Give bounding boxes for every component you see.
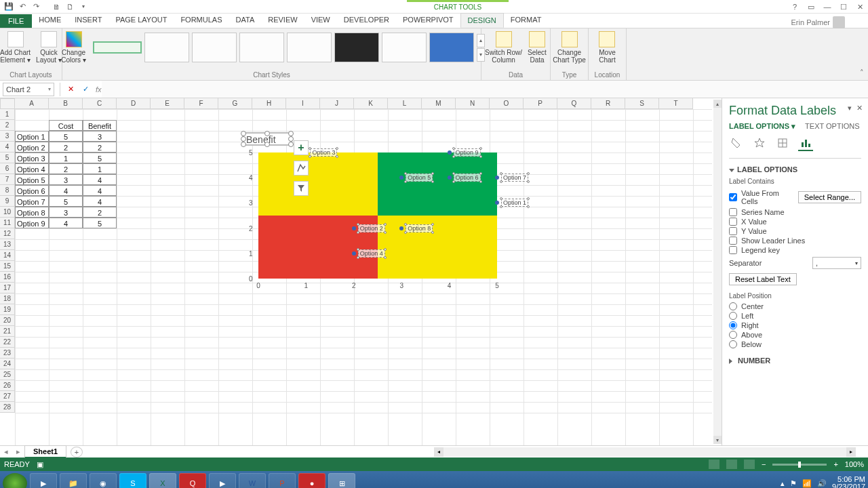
fill-line-icon[interactable] xyxy=(729,136,744,151)
switch-row-column-button[interactable]: Switch Row/ Column xyxy=(482,30,525,65)
table-cell[interactable]: 5 xyxy=(83,152,117,163)
tab-format[interactable]: FORMAT xyxy=(504,13,549,28)
tab-data[interactable]: DATA xyxy=(229,13,262,28)
section-label-options[interactable]: LABEL OPTIONS xyxy=(729,163,861,176)
chart-handle[interactable] xyxy=(264,131,270,136)
chk-x-value[interactable]: X Value xyxy=(729,218,861,226)
tray-network-icon[interactable]: 📶 xyxy=(802,479,812,488)
avatar[interactable] xyxy=(833,16,845,28)
add-sheet-button[interactable]: + xyxy=(71,447,83,458)
close-icon[interactable]: ✕ xyxy=(854,1,865,12)
formula-input[interactable] xyxy=(102,81,868,98)
chart-style-3[interactable] xyxy=(192,33,237,62)
select-data-button[interactable]: Select Data xyxy=(525,30,549,65)
zoom-level[interactable]: 100% xyxy=(845,460,864,468)
chart-style-1[interactable] xyxy=(93,41,142,54)
move-chart-button[interactable]: Move Chart xyxy=(596,30,618,65)
table-cell[interactable]: 5 xyxy=(83,218,117,228)
add-chart-element-button[interactable]: Add Chart Element ▾ xyxy=(0,30,33,65)
taskbar-word-icon[interactable]: W xyxy=(239,473,266,488)
chart-point[interactable] xyxy=(448,150,452,155)
chart-point[interactable] xyxy=(399,226,403,230)
taskbar-app-icon[interactable]: ● xyxy=(298,473,326,488)
chk-y-value[interactable]: Y Value xyxy=(729,227,861,235)
taskbar-explorer-icon[interactable]: 📁 xyxy=(60,473,87,488)
chart-point[interactable] xyxy=(352,251,356,256)
tab-powerpivot[interactable]: POWERPIVOT xyxy=(396,13,460,28)
tab-formulas[interactable]: FORMULAS xyxy=(174,13,229,28)
taskbar-media-player-icon[interactable]: ▶ xyxy=(30,473,57,488)
table-cell[interactable]: 2 xyxy=(49,142,83,152)
table-cell[interactable]: 1 xyxy=(83,163,117,174)
table-row-label[interactable]: Option 7 xyxy=(15,196,49,207)
chart-point[interactable] xyxy=(495,201,499,205)
name-box[interactable]: Chart 2▾ xyxy=(3,83,54,96)
label-options-group-icon[interactable] xyxy=(798,136,813,151)
chart-point[interactable] xyxy=(495,176,499,180)
tab-label-options[interactable]: LABEL OPTIONS ▾ xyxy=(729,122,795,131)
macro-record-icon[interactable]: ▣ xyxy=(37,460,43,469)
taskbar-app-icon[interactable]: Q xyxy=(179,473,206,488)
effects-icon[interactable] xyxy=(752,136,767,151)
minimize-icon[interactable]: — xyxy=(822,1,833,12)
table-cell[interactable]: 4 xyxy=(83,185,117,196)
cancel-formula-icon[interactable]: ✕ xyxy=(63,83,78,96)
user-info[interactable]: Erin Palmer xyxy=(791,16,845,28)
chart-filters-button[interactable] xyxy=(294,181,309,196)
chart-data-label[interactable]: Option 7 xyxy=(501,174,528,182)
embedded-chart[interactable]: Benefit 012345012345Option 1Option 2Opti… xyxy=(243,133,292,145)
chk-legend-key[interactable]: Legend key xyxy=(729,246,861,254)
chart-data-label[interactable]: Option 5 xyxy=(406,174,433,182)
table-row-label[interactable]: Option 5 xyxy=(15,174,49,185)
table-row-label[interactable]: Option 3 xyxy=(15,152,49,163)
taskbar-skype-icon[interactable]: S xyxy=(119,473,146,488)
save-icon[interactable]: 💾 xyxy=(3,1,15,13)
chart-style-6[interactable] xyxy=(334,33,379,62)
reset-label-text-button[interactable]: Reset Label Text xyxy=(729,273,797,285)
table-header[interactable]: Cost xyxy=(49,120,83,131)
table-cell[interactable]: 5 xyxy=(49,196,83,207)
chart-style-5[interactable] xyxy=(287,33,332,62)
file-tab[interactable]: FILE xyxy=(0,14,32,28)
ribbon-display-icon[interactable]: ▭ xyxy=(806,1,816,12)
chart-data-label[interactable]: Option 8 xyxy=(406,224,433,232)
table-row-label[interactable]: Option 6 xyxy=(15,185,49,196)
chart-data-label[interactable]: Option 9 xyxy=(454,148,481,157)
taskbar-app-icon[interactable]: ▶ xyxy=(209,473,236,488)
radio-above[interactable]: Above xyxy=(729,331,861,339)
table-cell[interactable]: 2 xyxy=(49,163,83,174)
view-normal-icon[interactable] xyxy=(709,460,719,469)
chart-style-8[interactable] xyxy=(429,33,474,62)
table-cell[interactable]: 1 xyxy=(49,152,83,163)
pane-move-icon[interactable]: ▾ xyxy=(848,104,852,113)
maximize-icon[interactable]: ☐ xyxy=(838,1,849,12)
table-cell[interactable]: 2 xyxy=(83,207,117,218)
chart-data-label[interactable]: Option 3 xyxy=(310,148,337,157)
tray-flag-icon[interactable]: ⚑ xyxy=(790,479,797,488)
table-cell[interactable]: 4 xyxy=(83,174,117,185)
chart-style-7[interactable] xyxy=(382,33,427,62)
chart-styles-button[interactable] xyxy=(294,161,309,176)
zoom-slider[interactable] xyxy=(772,464,827,466)
chart-handle[interactable] xyxy=(288,136,294,142)
tab-design[interactable]: DESIGN xyxy=(460,13,504,28)
new-icon[interactable]: 🗋 xyxy=(64,1,76,13)
table-row-label[interactable]: Option 9 xyxy=(15,218,49,228)
table-header[interactable]: Benefit xyxy=(83,120,117,131)
radio-center[interactable]: Center xyxy=(729,302,861,310)
chart-style-4[interactable] xyxy=(239,33,284,62)
table-cell[interactable]: 5 xyxy=(49,131,83,142)
radio-right[interactable]: Right xyxy=(729,321,861,329)
sheet-tab[interactable]: Sheet1 xyxy=(24,445,66,458)
table-cell[interactable]: 3 xyxy=(49,207,83,218)
table-row-label[interactable]: Option 2 xyxy=(15,142,49,152)
table-cell[interactable]: 4 xyxy=(49,218,83,228)
size-properties-icon[interactable] xyxy=(775,136,790,151)
scroll-up-icon[interactable]: ▴ xyxy=(713,100,722,108)
redo-icon[interactable]: ↷ xyxy=(30,1,42,13)
select-all-corner[interactable] xyxy=(0,98,15,109)
taskbar-powerpoint-icon[interactable]: P xyxy=(269,473,296,488)
chart-data-label[interactable]: Option 6 xyxy=(454,174,481,182)
tray-volume-icon[interactable]: 🔊 xyxy=(817,479,827,488)
table-row-label[interactable]: Option 8 xyxy=(15,207,49,218)
